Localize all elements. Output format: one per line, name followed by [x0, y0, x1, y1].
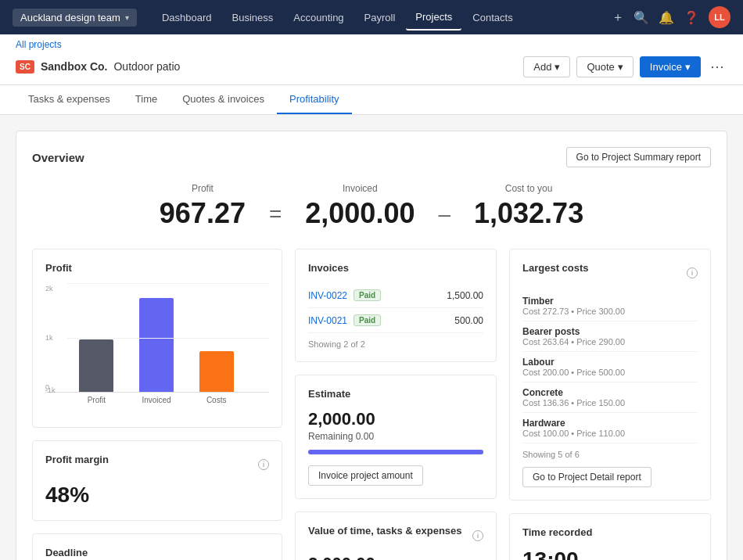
time-recorded-title: Time recorded	[522, 526, 698, 538]
tab-tasks-expenses[interactable]: Tasks & expenses	[16, 85, 123, 114]
project-summary-report-button[interactable]: Go to Project Summary report	[566, 147, 711, 167]
largest-costs-header: Largest costs i	[522, 262, 698, 283]
value-time-panel: Value of time, tasks & expenses i 2,000.…	[295, 512, 497, 560]
quote-button[interactable]: Quote ▾	[576, 56, 633, 77]
invoice-left-0: INV-0022 Paid	[308, 289, 381, 301]
value-time-info-icon[interactable]: i	[472, 530, 483, 541]
largest-costs-panel: Largest costs i Timber Cost 272.73 • Pri…	[509, 249, 711, 501]
cost-summary: Cost to you 1,032.73	[474, 183, 583, 230]
profit-margin-info-icon[interactable]: i	[258, 459, 269, 470]
invoice-project-amount-button[interactable]: Invoice project amount	[308, 465, 423, 486]
time-recorded-panel: Time recorded 13:00 Open staff time over…	[509, 513, 711, 560]
x-label-invoiced: Invoiced	[127, 396, 186, 404]
x-label-costs: Costs	[187, 396, 246, 404]
profit-summary: Profit 967.27	[160, 183, 246, 230]
value-time-title: Value of time, tasks & expenses	[308, 525, 462, 537]
nav-links: Dashboard Business Accounting Payroll Pr…	[153, 5, 522, 31]
y-label-1k: 1k	[45, 334, 53, 342]
invoice-amount-1: 500.00	[454, 315, 483, 326]
breadcrumb[interactable]: All projects	[16, 39, 62, 50]
cost-row-4: Hardware Cost 100.00 • Price 110.00	[522, 413, 698, 443]
invoiced-summary: Invoiced 2,000.00	[305, 183, 415, 230]
project-title-left: SC Sandbox Co. Outdoor patio	[16, 60, 180, 74]
profit-margin-panel: Profit margin i 48%	[32, 440, 282, 521]
cost-detail-2: Cost 200.00 • Price 500.00	[522, 368, 625, 377]
invoice-row-1: INV-0021 Paid 500.00	[308, 308, 483, 333]
right-column: Largest costs i Timber Cost 272.73 • Pri…	[509, 249, 711, 560]
nav-business[interactable]: Business	[223, 5, 283, 30]
project-header: All projects SC Sandbox Co. Outdoor pati…	[0, 34, 743, 85]
largest-costs-title: Largest costs	[522, 262, 589, 274]
cost-row-1: Bearer posts Cost 263.64 • Price 290.00	[522, 321, 698, 352]
cost-row-3: Concrete Cost 136.36 • Price 150.00	[522, 382, 698, 413]
tab-time[interactable]: Time	[123, 85, 170, 114]
invoice-button[interactable]: Invoice ▾	[640, 56, 701, 77]
org-selector[interactable]: Auckland design team ▾	[13, 9, 137, 27]
sub-tabs: Tasks & expenses Time Quotes & invoices …	[0, 85, 743, 115]
nav-contacts[interactable]: Contacts	[463, 5, 522, 30]
bell-icon[interactable]: 🔔	[659, 10, 674, 25]
overview-header: Overview Go to Project Summary report	[32, 147, 711, 167]
value-time-header: Value of time, tasks & expenses i	[308, 525, 483, 546]
summary-row: Profit 967.27 = Invoiced 2,000.00 – Cost…	[32, 183, 711, 230]
project-badge: SC	[16, 60, 34, 74]
estimate-progress-bar	[308, 450, 483, 454]
cost-detail-4: Cost 100.00 • Price 110.00	[522, 429, 625, 438]
project-org: Sandbox Co.	[41, 60, 108, 73]
y-label-neg1k: -1k	[45, 386, 56, 394]
chevron-down-icon: ▾	[125, 13, 129, 22]
estimate-panel: Estimate 2,000.00 Remaining 0.00 Invoice…	[295, 375, 497, 499]
invoice-id-0[interactable]: INV-0022	[308, 290, 347, 301]
nav-payroll[interactable]: Payroll	[355, 5, 405, 30]
invoice-row-0: INV-0022 Paid 1,500.00	[308, 283, 483, 308]
cost-value: 1,032.73	[474, 197, 583, 230]
cost-name-0: Timber	[522, 296, 554, 307]
project-name: Outdoor patio	[113, 60, 180, 73]
estimate-title: Estimate	[308, 388, 483, 400]
minus-operator: –	[430, 186, 458, 227]
panels-grid: Profit 2k 1k 0	[32, 249, 711, 560]
add-button[interactable]: Add ▾	[523, 56, 570, 77]
tab-profitability[interactable]: Profitability	[277, 85, 352, 114]
y-label-2k: 2k	[45, 285, 53, 293]
invoiced-label: Invoiced	[305, 183, 415, 194]
org-name: Auckland design team	[20, 12, 120, 23]
profit-margin-header: Profit margin i	[45, 454, 269, 475]
chevron-down-icon: ▾	[555, 61, 560, 73]
invoices-panel: Invoices INV-0022 Paid 1,500.00 INV-0021…	[295, 249, 497, 362]
invoice-left-1: INV-0021 Paid	[308, 314, 381, 326]
estimate-progress-fill	[308, 450, 483, 454]
cost-name-4: Hardware	[522, 418, 565, 429]
cost-detail-3: Cost 136.36 • Price 150.00	[522, 398, 625, 407]
tab-quotes-invoices[interactable]: Quotes & invoices	[170, 85, 277, 114]
more-options-button[interactable]: ⋯	[707, 55, 727, 78]
cost-name-1: Bearer posts	[522, 326, 580, 337]
cost-detail-1: Cost 263.64 • Price 290.00	[522, 337, 625, 346]
profit-value: 967.27	[160, 197, 246, 230]
costs-showing: Showing 5 of 6	[522, 450, 698, 459]
profit-margin-value: 48%	[45, 483, 269, 508]
invoice-status-0: Paid	[354, 289, 381, 301]
nav-dashboard[interactable]: Dashboard	[153, 5, 221, 30]
cost-row-2: Labour Cost 200.00 • Price 500.00	[522, 352, 698, 382]
invoiced-bar	[139, 298, 174, 392]
chevron-down-icon: ▾	[685, 61, 691, 73]
estimate-remaining: Remaining 0.00	[308, 431, 483, 442]
costs-bar	[199, 351, 234, 392]
help-icon[interactable]: ❓	[684, 10, 699, 25]
cost-name-3: Concrete	[522, 387, 563, 398]
project-detail-report-button[interactable]: Go to Project Detail report	[522, 467, 651, 487]
search-icon[interactable]: 🔍	[634, 10, 649, 25]
invoice-status-1: Paid	[354, 314, 381, 326]
avatar[interactable]: LL	[709, 6, 730, 28]
main-content: Overview Go to Project Summary report Pr…	[0, 115, 743, 560]
invoice-id-1[interactable]: INV-0021	[308, 315, 347, 326]
profit-chart-title: Profit	[45, 262, 269, 274]
add-icon[interactable]: ＋	[612, 9, 624, 26]
cost-detail-0: Cost 272.73 • Price 300.00	[522, 307, 625, 316]
chart-area: 2k 1k 0	[45, 283, 269, 408]
x-label-profit: Profit	[67, 396, 126, 404]
nav-accounting[interactable]: Accounting	[284, 5, 353, 30]
nav-projects[interactable]: Projects	[406, 5, 461, 31]
largest-costs-info-icon[interactable]: i	[687, 267, 698, 278]
